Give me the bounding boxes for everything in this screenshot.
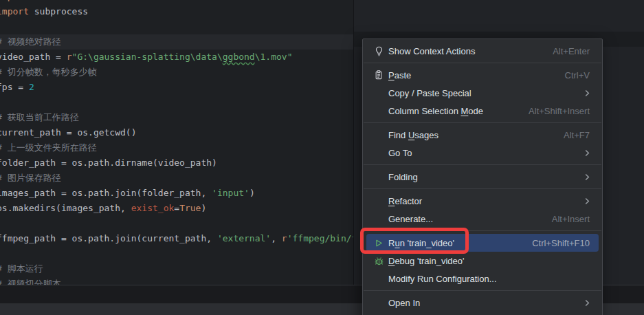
menu-item-paste[interactable]: Paste Ctrl+V — [366, 66, 599, 84]
submenu-chevron-icon — [585, 173, 590, 181]
code-token: # 图片保存路径 — [0, 173, 61, 183]
code-token: ) — [201, 203, 206, 213]
code-token: \1.mov" — [255, 52, 293, 62]
code-token: # 获取当前工作路径 — [0, 112, 79, 122]
run-icon — [374, 237, 388, 248]
code-token: images_path = os.path.join(folder_path, — [0, 188, 212, 198]
ide-screenshot: import osimport subprocess# 视频绝对路径video_… — [0, 0, 644, 315]
code-token: 'external' — [217, 233, 271, 243]
submenu-chevron-icon — [585, 149, 590, 157]
code-line: ffmpeg_path = os.path.join(current_path,… — [0, 231, 353, 246]
menu-item-label: Open In — [388, 298, 420, 308]
code-line: # 获取当前工作路径 — [0, 110, 353, 125]
icon-placeholder — [374, 297, 388, 308]
menu-item-modify-run-configuration[interactable]: Modify Run Configuration... — [366, 270, 599, 287]
menu-item-label: Refactor — [388, 196, 422, 206]
code-line: fps = 2 — [0, 80, 353, 95]
code-token: # 视频绝对路径 — [0, 36, 61, 47]
icon-placeholder — [374, 273, 388, 284]
code-line — [0, 19, 353, 34]
code-token: folder_path = os.path.dirname(video_path… — [0, 158, 217, 168]
code-token: "G:\gaussian-splatting\data\ — [72, 52, 223, 62]
context-menu: Show Context Actions Alt+Enter Paste Ctr… — [362, 39, 603, 315]
menu-separator — [364, 122, 601, 123]
menu-item-shortcut: Ctrl+Shift+F10 — [532, 238, 590, 248]
clipboard-icon — [374, 69, 388, 80]
menu-separator — [364, 63, 601, 63]
menu-item-label: Column Selection Mode — [388, 106, 483, 116]
code-token: import — [0, 6, 29, 17]
code-line: # 图片保存路径 — [0, 171, 353, 186]
code-token: # 上一级文件夹所在路径 — [0, 142, 97, 153]
menu-item-debug-train-video[interactable]: Debug 'train_video' — [366, 252, 599, 270]
code-token: 2 — [29, 82, 34, 92]
icon-placeholder — [374, 195, 388, 206]
code-token: # 切分帧数，每秒多少帧 — [0, 67, 97, 77]
menu-item-label: Go To — [388, 148, 412, 158]
menu-item-show-context-actions[interactable]: Show Context Actions Alt+Enter — [366, 42, 599, 60]
code-text: import osimport subprocess# 视频绝对路径video_… — [0, 0, 353, 286]
menu-item-label: Modify Run Configuration... — [388, 274, 497, 284]
debug-icon — [374, 255, 388, 266]
code-line: os.makedirs(images_path, exist_ok=True) — [0, 201, 353, 216]
menu-item-find-usages[interactable]: Find Usages Alt+F7 — [366, 126, 599, 144]
code-line: # 视频绝对路径 — [0, 34, 353, 50]
icon-placeholder — [374, 147, 388, 158]
icon-placeholder — [374, 87, 388, 98]
code-token: os.makedirs(images_path, — [0, 203, 131, 213]
icon-placeholder — [374, 105, 388, 116]
menu-item-copy-paste-special[interactable]: Copy / Paste Special — [366, 84, 599, 102]
icon-placeholder — [374, 213, 388, 224]
menu-item-folding[interactable]: Folding — [366, 168, 599, 186]
code-line — [0, 246, 353, 261]
code-token: , — [271, 233, 282, 243]
menu-separator — [364, 164, 601, 165]
menu-item-label: Find Usages — [388, 130, 438, 140]
menu-item-open-in[interactable]: Open In — [366, 294, 599, 312]
code-line: # 切分帧数，每秒多少帧 — [0, 65, 353, 80]
lightbulb-icon — [374, 45, 388, 56]
menu-separator — [364, 230, 601, 231]
code-line: video_path = r"G:\gaussian-splatting\dat… — [0, 50, 353, 65]
code-token: subprocess — [29, 6, 88, 17]
menu-item-label: Paste — [388, 70, 411, 80]
code-token: 'ffmpeg/bin/ffmpeg.exe' — [287, 233, 354, 243]
code-line: images_path = os.path.join(folder_path, … — [0, 186, 353, 201]
code-token: current_path = os.getcwd() — [0, 127, 137, 138]
code-line: import subprocess — [0, 4, 353, 19]
menu-item-shortcut: Alt+Insert — [552, 214, 590, 224]
code-line — [0, 216, 353, 231]
menu-item-label: Copy / Paste Special — [388, 88, 471, 98]
code-token: ggbond — [223, 52, 255, 62]
submenu-chevron-icon — [585, 197, 590, 205]
code-token: = — [174, 203, 179, 213]
code-token: fps = — [0, 82, 29, 92]
menu-item-shortcut: Alt+Shift+Insert — [529, 106, 590, 116]
code-token: exist_ok — [131, 203, 175, 213]
code-token: video_path = — [0, 52, 67, 62]
code-token: os — [29, 0, 45, 1]
menu-item-shortcut: Alt+F7 — [564, 130, 590, 140]
menu-item-refactor[interactable]: Refactor — [366, 192, 599, 210]
menu-item-label: Folding — [388, 172, 418, 182]
code-token: r — [67, 52, 72, 62]
menu-item-column-selection-mode[interactable]: Column Selection Mode Alt+Shift+Insert — [366, 102, 599, 120]
menu-item-run-train-video[interactable]: Run 'train_video' Ctrl+Shift+F10 — [366, 234, 599, 252]
code-token: ffmpeg_path = os.path.join(current_path, — [0, 233, 217, 243]
code-line: # 脚本运行 — [0, 261, 353, 276]
code-line — [0, 95, 353, 110]
icon-placeholder — [374, 171, 388, 182]
menu-item-label: Run 'train_video' — [388, 238, 454, 248]
code-token: True — [179, 203, 201, 213]
menu-item-generate[interactable]: Generate... Alt+Insert — [366, 210, 599, 228]
menu-item-go-to[interactable]: Go To — [366, 144, 599, 162]
menu-item-label: Show Context Actions — [388, 46, 475, 56]
menu-separator — [364, 188, 601, 189]
menu-item-shortcut: Alt+Enter — [553, 46, 590, 56]
menu-item-label: Generate... — [388, 214, 433, 224]
submenu-chevron-icon — [585, 299, 590, 307]
code-line: folder_path = os.path.dirname(video_path… — [0, 155, 353, 171]
code-editor[interactable]: import osimport subprocess# 视频绝对路径video_… — [0, 0, 354, 286]
menu-separator — [364, 290, 601, 291]
code-line: current_path = os.getcwd() — [0, 125, 353, 140]
